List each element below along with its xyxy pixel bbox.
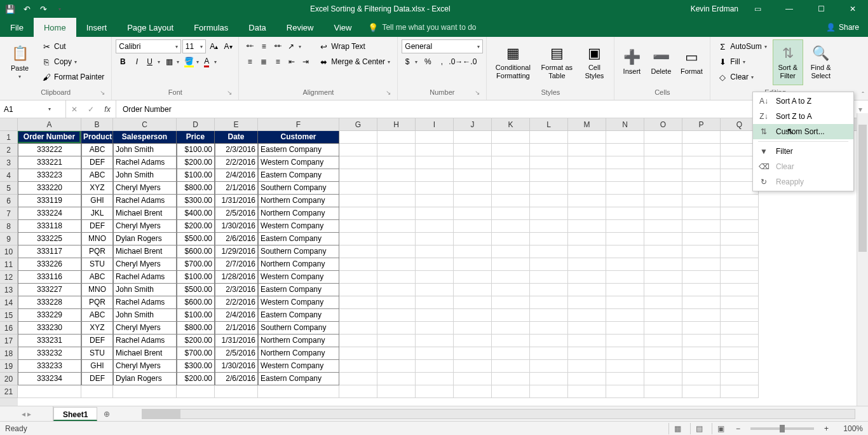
cell-J5[interactable] [454,182,492,195]
row-header-19[interactable]: 19 [0,360,18,373]
cell-M17[interactable] [568,335,606,347]
cell-B11[interactable]: STU [81,258,113,271]
cell-G7[interactable] [339,207,377,220]
cell-J6[interactable] [454,195,492,207]
cell-B21[interactable] [81,385,113,398]
find-select-button[interactable]: 🔍Find & Select [806,39,836,85]
cell-A3[interactable]: 333221 [18,156,81,169]
cell-L6[interactable] [530,195,568,207]
cell-N12[interactable] [606,271,644,284]
row-header-5[interactable]: 5 [0,182,18,195]
cell-N19[interactable] [606,360,644,373]
row-header-17[interactable]: 17 [0,335,18,347]
cell-I9[interactable] [416,233,454,245]
cell-M9[interactable] [568,233,606,245]
cell-J17[interactable] [454,335,492,347]
cell-H5[interactable] [377,182,416,195]
cell-J13[interactable] [454,284,492,296]
cut-button[interactable]: ✂Cut [38,39,107,53]
cell-C7[interactable]: Michael Brent [113,207,177,220]
cell-N16[interactable] [606,322,644,335]
cell-B16[interactable]: XYZ [81,322,113,335]
cell-Q9[interactable] [721,233,759,245]
cell-Q12[interactable] [721,271,759,284]
cell-M12[interactable] [568,271,606,284]
redo-button[interactable]: ↷ [36,1,51,17]
cell-L18[interactable] [530,347,568,360]
cell-K19[interactable] [492,360,530,373]
paste-button[interactable]: 📋 Paste ▾ [4,39,36,85]
cell-H13[interactable] [377,284,416,296]
cell-I2[interactable] [416,144,454,156]
cell-M19[interactable] [568,360,606,373]
cell-Q11[interactable] [721,258,759,271]
cell-E11[interactable]: 2/7/2016 [215,258,258,271]
cell-B1[interactable]: Product [81,131,113,144]
cell-E19[interactable]: 1/30/2016 [215,360,258,373]
cell-C4[interactable]: John Smith [113,169,177,182]
cell-A21[interactable] [18,385,81,398]
cell-F6[interactable]: Northern Company [258,195,339,207]
cell-I20[interactable] [416,373,454,385]
cell-C11[interactable]: Cheryl Myers [113,258,177,271]
cell-H9[interactable] [377,233,416,245]
decrease-font-button[interactable]: A▾ [222,39,234,53]
cell-I11[interactable] [416,258,454,271]
save-button[interactable]: 💾 [3,1,18,17]
cell-E4[interactable]: 2/4/2016 [215,169,258,182]
cell-O10[interactable] [644,245,682,258]
cell-I12[interactable] [416,271,454,284]
cell-M1[interactable] [568,131,606,144]
formula-input[interactable]: Order Number [116,100,851,118]
cell-F8[interactable]: Western Company [258,220,339,233]
wrap-text-button[interactable]: ↩Wrap Text [315,39,393,53]
cell-J20[interactable] [454,373,492,385]
cell-P13[interactable] [682,284,721,296]
cell-O7[interactable] [644,207,682,220]
custom-sort-item[interactable]: ⇅Custom Sort... [753,124,853,139]
cell-B8[interactable]: DEF [81,220,113,233]
cell-I7[interactable] [416,207,454,220]
zoom-in-button[interactable]: + [822,424,831,433]
cell-K12[interactable] [492,271,530,284]
cell-M20[interactable] [568,373,606,385]
row-header-8[interactable]: 8 [0,220,18,233]
normal-view-button[interactable]: ▦ [668,423,686,434]
number-dialog-launcher[interactable]: ↘ [473,89,481,97]
cell-C1[interactable]: Salesperson [113,131,177,144]
sort-z-a-item[interactable]: Z↓Sort Z to A [753,109,853,124]
cell-A2[interactable]: 333222 [18,144,81,156]
select-all-corner[interactable] [0,118,18,130]
cell-D15[interactable]: $100.00 [177,309,215,322]
column-header-J[interactable]: J [454,118,492,130]
cell-O18[interactable] [644,347,682,360]
close-button[interactable]: ✕ [840,0,865,18]
cell-F17[interactable]: Northern Company [258,335,339,347]
cell-M18[interactable] [568,347,606,360]
cell-E14[interactable]: 2/2/2016 [215,296,258,309]
cell-C12[interactable]: Rachel Adams [113,271,177,284]
cell-N20[interactable] [606,373,644,385]
cell-Q17[interactable] [721,335,759,347]
cell-O19[interactable] [644,360,682,373]
cell-J9[interactable] [454,233,492,245]
cell-G20[interactable] [339,373,377,385]
align-top-button[interactable]: ⬴ [243,39,257,53]
cell-B15[interactable]: ABC [81,309,113,322]
cell-P10[interactable] [682,245,721,258]
cell-A15[interactable]: 333229 [18,309,81,322]
cell-Q18[interactable] [721,347,759,360]
cell-I8[interactable] [416,220,454,233]
cell-K17[interactable] [492,335,530,347]
cell-C10[interactable]: Michael Brent [113,245,177,258]
cell-I14[interactable] [416,296,454,309]
increase-decimal-button[interactable]: .0→ [449,55,463,69]
cell-B18[interactable]: STU [81,347,113,360]
cell-H21[interactable] [377,385,416,398]
cell-K11[interactable] [492,258,530,271]
cell-E21[interactable] [215,385,258,398]
cell-N10[interactable] [606,245,644,258]
cell-A16[interactable]: 333230 [18,322,81,335]
cell-M6[interactable] [568,195,606,207]
cell-I4[interactable] [416,169,454,182]
